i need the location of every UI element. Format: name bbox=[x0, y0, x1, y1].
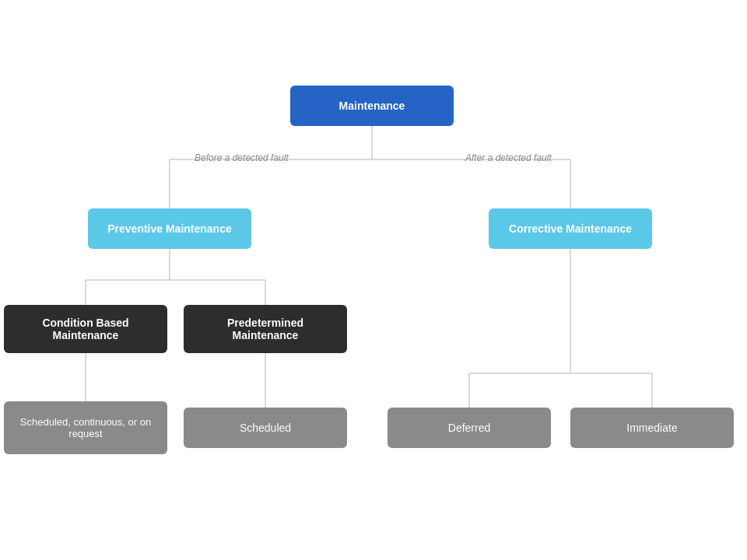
node-scheduled-continuous: Scheduled, continuous, or on request bbox=[4, 401, 167, 454]
node-preventive: Preventive Maintenance bbox=[88, 208, 251, 249]
node-maintenance: Maintenance bbox=[290, 86, 454, 126]
label-after: After a detected fault bbox=[465, 152, 552, 163]
node-scheduled: Scheduled bbox=[184, 408, 347, 448]
label-before: Before a detected fault bbox=[195, 152, 289, 163]
diagram-container: Before a detected fault After a detected… bbox=[0, 0, 747, 560]
node-condition: Condition Based Maintenance bbox=[4, 305, 167, 353]
connector-lines bbox=[0, 0, 747, 560]
node-predetermined: Predetermined Maintenance bbox=[184, 305, 347, 353]
node-deferred: Deferred bbox=[388, 408, 551, 448]
node-immediate: Immediate bbox=[570, 408, 734, 448]
node-corrective: Corrective Maintenance bbox=[489, 208, 652, 249]
